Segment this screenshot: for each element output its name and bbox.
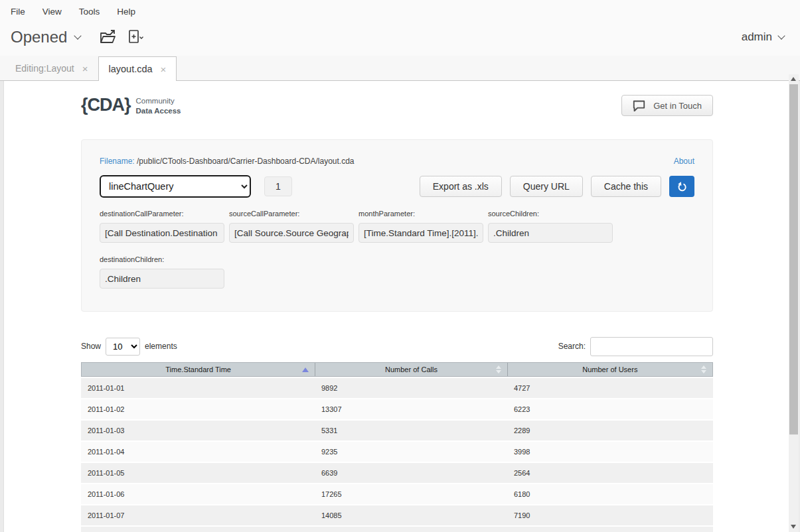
search-control: Search: (558, 337, 713, 356)
tagline-line1: Community (136, 97, 175, 105)
cell-date: 2011-01-02 (81, 399, 315, 419)
cell-date: 2011-01-05 (81, 463, 315, 483)
cda-editor-content: {CDA} Community Data Access Get in Touch… (3, 81, 789, 532)
top-chrome: File View Tools Help Opened (0, 0, 800, 56)
page-size-control: Show 10 elements (81, 338, 177, 356)
tab-bar: Editing:Layout × layout.cda × (0, 56, 800, 81)
menu-help[interactable]: Help (117, 7, 135, 17)
sort-ascending-icon (302, 367, 309, 372)
search-input[interactable] (590, 337, 713, 356)
menu-bar: File View Tools Help (0, 0, 800, 23)
cell-users: 2289 (507, 421, 713, 440)
get-in-touch-label: Get in Touch (653, 101, 702, 111)
refresh-icon (677, 181, 688, 192)
cell-calls: 13307 (315, 399, 507, 419)
cell-calls: 14085 (315, 505, 507, 525)
results-table: Time.Standard Time Number of Calls Numbe… (81, 362, 713, 532)
open-file-button[interactable] (99, 29, 117, 45)
filename-row: Filename: /public/CTools-Dashboard/Carri… (100, 157, 694, 166)
table-row[interactable]: 2011-01-01 9892 4727 (81, 378, 713, 398)
cell-date: 2011-01-04 (81, 442, 315, 462)
opened-dropdown[interactable]: Opened (11, 28, 80, 46)
export-xls-button[interactable]: Export as .xls (420, 176, 502, 197)
toolbar: Opened admin (0, 23, 800, 56)
table-row[interactable]: 2011-01-03 5331 2289 (81, 421, 713, 440)
column-header-calls[interactable]: Number of Calls (315, 363, 507, 376)
menu-file[interactable]: File (11, 7, 25, 17)
tab-editing-layout[interactable]: Editing:Layout × (5, 56, 98, 80)
new-file-button[interactable] (127, 29, 143, 45)
scrollbar-thumb[interactable] (789, 84, 798, 434)
cell-date: 2011-01-07 (81, 505, 315, 525)
cell-calls: 5331 (315, 421, 507, 440)
menu-tools[interactable]: Tools (79, 7, 100, 17)
new-file-icon (127, 29, 143, 45)
user-menu[interactable]: admin (742, 31, 784, 44)
cell-users: 4727 (507, 378, 713, 398)
sort-both-icon (701, 366, 706, 373)
brand-row: {CDA} Community Data Access Get in Touch (81, 95, 713, 117)
page-size-select[interactable]: 10 (106, 338, 140, 356)
table-row[interactable]: 2011-01-02 13307 6223 (81, 399, 713, 419)
page-number-input[interactable] (264, 176, 292, 196)
table-header-row: Time.Standard Time Number of Calls Numbe… (81, 362, 713, 377)
cell-users: 3998 (507, 442, 713, 462)
about-link[interactable]: About (674, 157, 694, 166)
scroll-up-arrow-icon[interactable] (791, 77, 796, 81)
tab-label: layout.cda (109, 64, 153, 74)
table-row[interactable]: 2011-01-04 9235 3998 (81, 442, 713, 462)
destination-call-parameter-input[interactable] (100, 223, 224, 243)
filename-path: /public/CTools-Dashboard/Carrier-Dashboa… (137, 157, 354, 166)
cell-users: 2564 (507, 463, 713, 483)
source-children-input[interactable] (488, 223, 613, 243)
parameter-field: destinationCallParameter: (100, 210, 224, 243)
column-header-time[interactable]: Time.Standard Time (82, 363, 315, 376)
destination-children-input[interactable] (100, 269, 224, 289)
filename-label: Filename: (100, 157, 135, 166)
search-label: Search: (558, 342, 586, 351)
table-row[interactable]: 2011-01-05 6639 2564 (81, 463, 713, 483)
elements-label: elements (145, 342, 177, 351)
query-row: lineChartQuery Export as .xls Query URL … (100, 175, 694, 198)
cell-users: 6180 (507, 484, 713, 504)
parameter-label: monthParameter: (359, 210, 483, 218)
source-call-parameter-input[interactable] (229, 223, 354, 243)
opened-label: Opened (11, 28, 67, 46)
tab-label: Editing:Layout (15, 63, 74, 74)
parameter-label: sourceCallParameter: (229, 210, 354, 218)
cell-calls: 9892 (315, 378, 507, 398)
vertical-scrollbar[interactable] (789, 74, 799, 532)
parameter-field: sourceChildren: (488, 210, 613, 243)
get-in-touch-button[interactable]: Get in Touch (621, 95, 713, 116)
cell-date: 2011-01-01 (81, 378, 315, 398)
cache-this-button[interactable]: Cache this (591, 176, 661, 197)
month-parameter-input[interactable] (359, 223, 483, 243)
show-label: Show (81, 342, 101, 351)
parameter-field: destinationChildren: (100, 255, 224, 289)
close-icon[interactable]: × (82, 63, 88, 74)
table-row[interactable]: 2011-01-06 17265 6180 (81, 484, 713, 504)
filename-text: Filename: /public/CTools-Dashboard/Carri… (100, 157, 355, 166)
tab-layout-cda[interactable]: layout.cda × (98, 56, 177, 81)
cell-calls: 9235 (315, 442, 507, 462)
parameter-field: sourceCallParameter: (229, 210, 354, 243)
menu-view[interactable]: View (42, 7, 62, 17)
folder-open-icon (99, 29, 117, 45)
cda-logo-tagline: Community Data Access (136, 95, 181, 115)
close-icon[interactable]: × (161, 64, 167, 75)
query-select[interactable]: lineChartQuery (100, 175, 251, 198)
refresh-query-button[interactable] (669, 176, 694, 197)
chevron-down-icon (777, 32, 785, 39)
cell-users: 6223 (507, 399, 713, 419)
cell-date: 2011-01-06 (81, 484, 315, 504)
query-url-button[interactable]: Query URL (510, 176, 583, 197)
tagline-line2: Data Access (136, 107, 181, 115)
speech-bubble-icon (633, 100, 645, 111)
cell-date: 2011-01-03 (81, 421, 315, 440)
column-header-users[interactable]: Number of Users (507, 363, 712, 376)
table-row[interactable]: 2011-01-07 14085 7190 (81, 505, 713, 525)
scroll-down-arrow-icon[interactable] (791, 525, 796, 529)
chevron-down-icon (74, 32, 82, 39)
query-actions: Export as .xls Query URL Cache this (420, 176, 694, 197)
cell-users: 7190 (507, 505, 713, 525)
